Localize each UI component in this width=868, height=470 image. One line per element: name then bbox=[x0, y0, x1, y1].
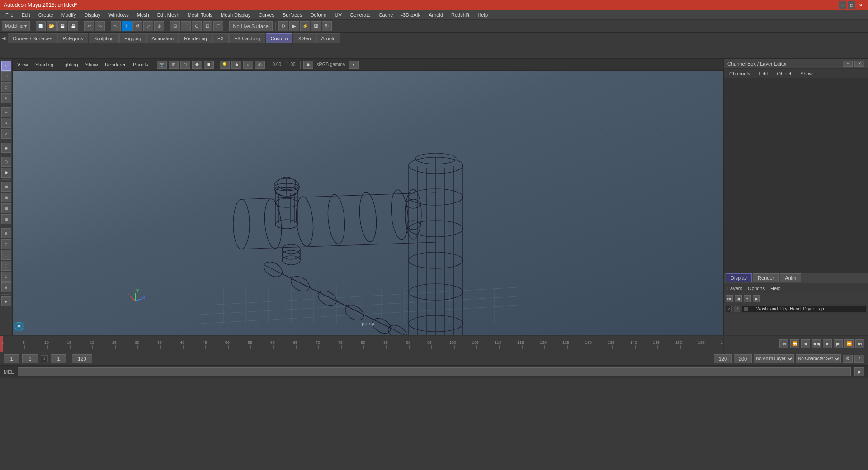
shelf-tab-sculpting[interactable]: Sculpting bbox=[89, 33, 119, 43]
timeline-play-back-button[interactable]: ◀◀ bbox=[812, 339, 821, 348]
shelf-tab-fx[interactable]: FX bbox=[212, 33, 229, 43]
menu-surfaces[interactable]: Surfaces bbox=[279, 11, 306, 19]
misc-tool-7[interactable]: ▸ bbox=[1, 296, 11, 306]
snap-curve-button[interactable]: ⌒ bbox=[181, 21, 191, 31]
timeline-start-button[interactable]: ⏮ bbox=[779, 339, 788, 348]
menu-modify[interactable]: Modify bbox=[58, 11, 80, 19]
bp-sub-layers[interactable]: Layers bbox=[727, 286, 742, 291]
start-frame-input[interactable] bbox=[4, 354, 19, 363]
shelf-tab-rendering[interactable]: Rendering bbox=[179, 33, 212, 43]
anim-pref-button[interactable]: ⚙ bbox=[843, 355, 853, 363]
menu-edit-mesh[interactable]: Edit Mesh bbox=[154, 11, 183, 19]
menu-file[interactable]: File bbox=[2, 11, 17, 19]
new-file-button[interactable]: 📄 bbox=[36, 21, 46, 31]
anim-layer-select[interactable]: No Anim Layer bbox=[754, 354, 794, 363]
shelf-tab-fx-caching[interactable]: FX Caching bbox=[229, 33, 265, 43]
channel-box-tab-show[interactable]: Show bbox=[798, 70, 815, 77]
vp-menu-view[interactable]: View bbox=[14, 61, 31, 68]
snap-view-button[interactable]: ⊡ bbox=[203, 21, 212, 31]
channel-box-close-button[interactable]: ✕ bbox=[854, 61, 864, 67]
viewport-canvas[interactable]: X Y Z persp M bbox=[13, 70, 723, 335]
shelf-tab-rigging[interactable]: Rigging bbox=[119, 33, 146, 43]
vp-shadow-button[interactable]: ◑ bbox=[231, 61, 241, 69]
save-file-button[interactable]: 💾 bbox=[57, 21, 67, 31]
vp-color-mode-button[interactable]: ◉ bbox=[303, 61, 313, 69]
vp-camera-button[interactable]: 📷 bbox=[157, 61, 167, 69]
misc-tool-2[interactable]: ⊞ bbox=[1, 239, 11, 249]
layer-nav-left-button[interactable]: ◀ bbox=[735, 295, 742, 302]
end-frame-input[interactable] bbox=[72, 354, 92, 363]
scale-tool-left[interactable]: ⤢ bbox=[1, 129, 11, 139]
minimize-button[interactable]: ─ bbox=[839, 1, 846, 9]
channel-box-tab-object[interactable]: Object bbox=[775, 70, 793, 77]
vp-menu-show[interactable]: Show bbox=[83, 61, 101, 68]
channel-box-expand-button[interactable]: + bbox=[843, 61, 853, 67]
menu-arnold[interactable]: Arnold bbox=[425, 11, 447, 19]
universal-tool-button[interactable]: ⊕ bbox=[154, 21, 164, 31]
current-frame-end-input[interactable] bbox=[51, 354, 66, 363]
refresh-button[interactable]: ↻ bbox=[322, 21, 332, 31]
vp-menu-lighting[interactable]: Lighting bbox=[58, 61, 81, 68]
rotate-tool-button[interactable]: ↺ bbox=[132, 21, 142, 31]
bp-tab-render[interactable]: Render bbox=[753, 273, 779, 282]
no-live-surface-button[interactable]: No Live Surface bbox=[229, 21, 273, 31]
redo-button[interactable]: ↪ bbox=[95, 21, 105, 31]
menu-display[interactable]: Display bbox=[80, 11, 104, 19]
shelf-tab-custom[interactable]: Custom bbox=[266, 33, 293, 43]
show-render-button[interactable]: 🖼 bbox=[311, 21, 321, 31]
snap-surface-button[interactable]: ◫ bbox=[213, 21, 223, 31]
paint-select-tool[interactable]: ◌ bbox=[1, 71, 11, 81]
menu-mesh-display[interactable]: Mesh Display bbox=[217, 11, 254, 19]
save-as-button[interactable]: 💾 bbox=[68, 21, 78, 31]
snap-point-button[interactable]: ⊙ bbox=[192, 21, 202, 31]
lasso-tool[interactable]: ⊂ bbox=[1, 82, 11, 92]
current-frame-input[interactable] bbox=[22, 354, 38, 363]
layer-visibility-button[interactable]: V bbox=[726, 306, 732, 312]
vp-menu-panels[interactable]: Panels bbox=[130, 61, 151, 68]
open-file-button[interactable]: 📂 bbox=[47, 21, 57, 31]
mel-input[interactable] bbox=[18, 367, 851, 376]
anim-range-start[interactable] bbox=[714, 354, 732, 363]
poly-tool-2[interactable]: ⬟ bbox=[1, 168, 11, 178]
menu-help[interactable]: Help bbox=[474, 11, 491, 19]
channel-box-tab-channels[interactable]: Channels bbox=[727, 70, 752, 77]
close-button[interactable]: ✕ bbox=[857, 1, 864, 9]
menu-edit[interactable]: Edit bbox=[18, 11, 34, 19]
render-tool-2[interactable]: ▦ bbox=[1, 193, 11, 202]
bp-sub-help[interactable]: Help bbox=[770, 286, 781, 291]
misc-tool-4[interactable]: ⊞ bbox=[1, 261, 11, 271]
layer-nav-right-button[interactable]: ▶ bbox=[753, 295, 760, 302]
mode-dropdown[interactable]: Modeling ▾ bbox=[2, 21, 30, 31]
poly-tool-1[interactable]: ⬡ bbox=[1, 157, 11, 167]
show-hide-tool[interactable]: ◉ bbox=[1, 143, 11, 153]
menu-cache[interactable]: Cache bbox=[375, 11, 397, 19]
shelf-tab-curves-surfaces[interactable]: Curves / Surfaces bbox=[8, 33, 57, 43]
render-button[interactable]: ▶ bbox=[289, 21, 299, 31]
ipr-button[interactable]: ⚡ bbox=[300, 21, 310, 31]
shelf-tab-arnold[interactable]: Arnold bbox=[316, 33, 341, 43]
layer-type-button[interactable]: P bbox=[734, 306, 740, 312]
select-tool-button[interactable]: ↖ bbox=[111, 21, 121, 31]
vp-dof-button[interactable]: ◎ bbox=[255, 61, 265, 69]
render-tool-1[interactable]: ▦ bbox=[1, 182, 11, 192]
timeline-play-forward-button[interactable]: ▶ bbox=[823, 339, 832, 348]
move-tool-left[interactable]: ✛ bbox=[1, 107, 11, 117]
timeline-next-key-button[interactable]: ⏩ bbox=[844, 339, 854, 348]
select-tool-left[interactable]: ↖ bbox=[1, 61, 11, 70]
timeline-prev-key-button[interactable]: ⏪ bbox=[790, 339, 799, 348]
menu-windows[interactable]: Windows bbox=[105, 11, 132, 19]
menu-deform[interactable]: Deform bbox=[307, 11, 330, 19]
sculpt-tool[interactable]: ✎ bbox=[1, 93, 11, 103]
shelf-tab-polygons[interactable]: Polygons bbox=[57, 33, 88, 43]
render-tool-3[interactable]: ▦ bbox=[1, 203, 11, 213]
timeline-end-button[interactable]: ⏭ bbox=[855, 339, 864, 348]
menu-generate[interactable]: Generate bbox=[346, 11, 374, 19]
menu-create[interactable]: Create bbox=[35, 11, 57, 19]
misc-tool-3[interactable]: ⊞ bbox=[1, 250, 11, 260]
vp-ao-button[interactable]: ○ bbox=[243, 61, 253, 69]
scale-tool-button[interactable]: ⤢ bbox=[143, 21, 153, 31]
render-settings-button[interactable]: ⚙ bbox=[278, 21, 288, 31]
anim-range-end[interactable] bbox=[734, 354, 752, 363]
menu-mesh[interactable]: Mesh bbox=[133, 11, 153, 19]
vp-grid-button[interactable]: ⊞ bbox=[169, 61, 179, 69]
